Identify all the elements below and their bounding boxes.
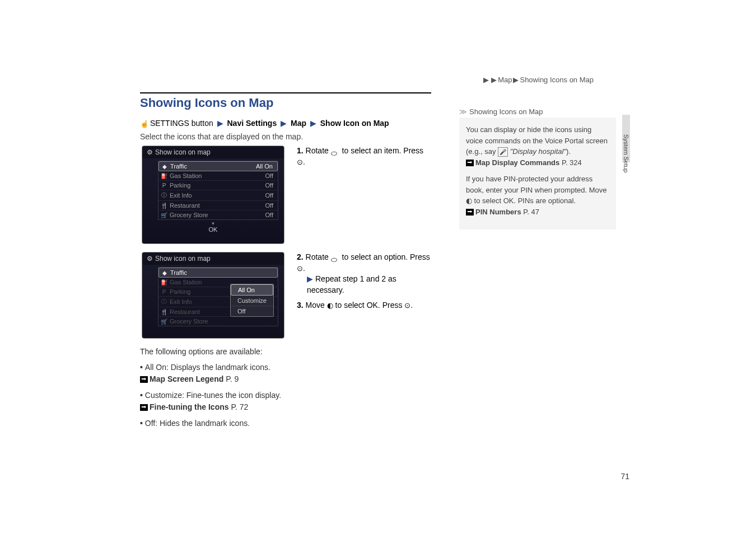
move-knob-icon [327, 301, 333, 310]
menu-label: Parking [170, 182, 265, 189]
sidebar-title-text: Showing Icons on Map [469, 107, 543, 116]
parking-icon: P [161, 182, 167, 189]
screen-header: ⚙Show icon on map [142, 252, 284, 265]
step-text: to select an item. Press [340, 146, 423, 155]
move-knob-icon [466, 196, 472, 205]
chevron-right-icon: ▶ [217, 119, 223, 128]
sidebar-text: If you have PIN-protected your address b… [466, 175, 606, 194]
chevron-right-icon: ▶ [307, 274, 313, 283]
cross-ref: Map Screen Legend [150, 374, 223, 383]
screen-title: Show icon on map [155, 148, 211, 156]
rotate-knob-icon [331, 254, 340, 261]
link-icon: ⮕ [466, 209, 474, 216]
traffic-icon: ◆ [161, 270, 168, 276]
option-desc: : Hides the landmark icons. [155, 419, 250, 428]
cross-ref-page: P. 47 [523, 208, 539, 216]
menu-item-gas-station[interactable]: ⛽ Gas Station Off [158, 171, 278, 181]
menu-state: Off [265, 182, 273, 189]
chevron-right-icon: ▶ [310, 119, 316, 128]
cross-ref: PIN Numbers [475, 208, 521, 216]
step-list-1: 1. Rotate to select an item. Press . [297, 146, 431, 172]
step-2: 2. Rotate to select an option. Press . ▶… [297, 252, 431, 296]
step-text: . [303, 157, 305, 166]
menu-state: Off [265, 172, 273, 179]
menu-item-grocery-store: 🛒 Grocery Store [158, 317, 278, 326]
submenu-item-all-on[interactable]: All On [231, 284, 273, 296]
sidebar-paragraph-2: If you have PIN-protected your address b… [466, 174, 609, 217]
menu-label: Traffic [170, 269, 273, 276]
menu-item-parking[interactable]: P Parking Off [158, 181, 278, 190]
option-name: All On [145, 363, 166, 372]
menu-item-grocery-store[interactable]: 🛒 Grocery Store Off [158, 210, 278, 219]
settings-part: Navi Settings [227, 119, 277, 128]
page-title: Showing Icons on Map [140, 92, 431, 110]
step-text: Rotate [306, 252, 331, 261]
step-text: . [410, 301, 413, 310]
option-all-on: All On: Displays the landmark icons. ⮕Ma… [140, 362, 431, 385]
breadcrumb-part: Showing Icons on Map [520, 76, 594, 84]
chevron-right-icon: ▶ [281, 119, 287, 128]
cross-ref: Map Display Commands [475, 158, 559, 167]
screenshot-show-icon-on-map-2: ⚙Show icon on map ◆ Traffic ⛽ Gas Statio… [142, 252, 284, 339]
menu-item-exit-info[interactable]: ⓘ Exit Info Off [158, 190, 278, 201]
step-text: . Press [378, 301, 404, 310]
press-knob-icon [297, 157, 303, 166]
sidebar-text: to select [472, 196, 503, 205]
settings-breadcrumb: SETTINGS button ▶ Navi Settings ▶ Map ▶ … [140, 119, 389, 128]
chevron-right-icon: ▶ [513, 76, 519, 84]
menu-label: Traffic [170, 163, 256, 170]
cross-ref-page: P. 9 [226, 374, 239, 383]
gear-icon: ⚙ [147, 255, 153, 263]
step-text: Rotate [306, 146, 331, 155]
step-text: Move [306, 301, 327, 310]
submenu-item-off[interactable]: Off [231, 306, 273, 316]
submenu-popup: All On Customize Off [230, 284, 274, 317]
sidebar-title: ≫Showing Icons on Map [459, 106, 543, 118]
voice-command-example: "Display hospital" [510, 147, 566, 156]
chevron-right-icon: ▶ [491, 76, 497, 84]
menu-item-restaurant[interactable]: 🍴 Restaurant Off [158, 201, 278, 210]
ok-button[interactable]: OK [142, 221, 284, 235]
menu-state: All On [256, 163, 273, 170]
menu-label: Restaurant [170, 202, 265, 209]
sidebar-text: ). [566, 147, 571, 156]
submenu-item-customize[interactable]: Customize [231, 296, 273, 306]
settings-part: Map [291, 119, 306, 128]
screen-title: Show icon on map [155, 255, 211, 263]
sidebar-ok: OK [503, 196, 514, 205]
step-sub: ▶Repeat step 1 and 2 as necessary. [307, 274, 431, 296]
cross-ref-page: P. 324 [562, 158, 582, 167]
step-ok: OK [367, 301, 378, 310]
info-icon: ⓘ [161, 298, 167, 306]
menu-label: Grocery Store [170, 212, 265, 218]
menu-item-traffic[interactable]: ◆ Traffic [158, 268, 278, 278]
menu-state: Off [265, 212, 273, 218]
section-label: System Setup [623, 134, 629, 172]
link-icon: ⮕ [466, 160, 474, 166]
traffic-icon: ◆ [161, 163, 168, 170]
link-icon: ⮕ [140, 404, 148, 411]
option-off: Off: Hides the landmark icons. [140, 418, 431, 429]
option-desc: : Displays the landmark icons. [166, 363, 270, 372]
screenshot-show-icon-on-map-1: ⚙Show icon on map ◆ Traffic All On ⛽ Gas… [142, 146, 284, 244]
sidebar-note: ≫Showing Icons on Map You can display or… [459, 118, 616, 229]
press-knob-icon [297, 264, 303, 273]
option-desc: : Fine-tunes the icon display. [182, 391, 281, 400]
link-icon: ⮕ [140, 376, 148, 383]
menu-label: Grocery Store [170, 318, 273, 325]
screen-header: ⚙Show icon on map [142, 146, 284, 158]
sidebar-text: . PINs are optional. [514, 196, 576, 205]
step-sub-text: Repeat step 1 and 2 as necessary. [307, 274, 396, 294]
step-1: 1. Rotate to select an item. Press . [297, 146, 431, 167]
grocery-icon: 🛒 [161, 212, 167, 218]
step-list-2: 2. Rotate to select an option. Press . ▶… [297, 252, 431, 316]
sidebar-paragraph-1: You can display or hide the icons using … [466, 124, 609, 168]
breadcrumb-part: Map [498, 76, 512, 84]
page-number: 71 [620, 472, 629, 481]
options-section: The following options are available: All… [140, 347, 431, 434]
menu-item-traffic[interactable]: ◆ Traffic All On [158, 161, 278, 171]
voice-icon: 🎤 [498, 147, 508, 157]
option-customize: Customize: Fine-tunes the icon display. … [140, 390, 431, 413]
menu-label: Exit Info [170, 192, 265, 199]
rotate-knob-icon [331, 148, 340, 154]
